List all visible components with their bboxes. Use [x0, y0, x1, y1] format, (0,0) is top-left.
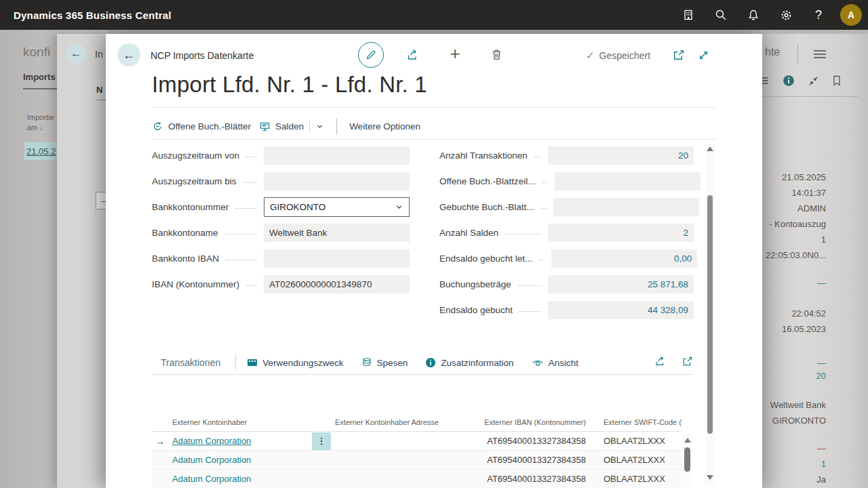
background-factbox-panel: hte 21.05.2025 14:01:37 ADMIN - Kontoaus…: [762, 34, 868, 488]
table-row[interactable]: Adatum Corporation AT695400013327384358 …: [152, 470, 682, 488]
anzahl-transaktionen-field[interactable]: 20: [548, 146, 694, 165]
dotted-leader: [518, 285, 541, 286]
user-avatar[interactable]: A: [840, 4, 862, 26]
endsaldo-gebucht-field[interactable]: 44 328,09: [548, 301, 694, 319]
balances-dropdown-chevron[interactable]: [311, 122, 328, 131]
gebuchte-buch-blatt-field[interactable]: [553, 198, 699, 216]
transactions-table: Externer Kontoinhaber Externer Kontoinha…: [152, 408, 682, 488]
anzahl-salden-field[interactable]: 2: [548, 224, 694, 242]
divider: [762, 96, 859, 97]
table-row[interactable]: → Adatum Corporation ⋮ AT695400013327384…: [152, 432, 682, 451]
cell-iban[interactable]: AT695400013327384358: [475, 474, 586, 484]
table-scrollbar[interactable]: [682, 434, 692, 488]
share-button[interactable]: [405, 48, 420, 62]
field-row: Anzahl Salden 2: [439, 224, 694, 242]
factbox-value: ADMIN: [762, 203, 826, 214]
list-details-icon[interactable]: [762, 75, 770, 89]
journal-refresh-icon: [152, 121, 163, 132]
background-tab-imports[interactable]: Imports: [23, 72, 56, 82]
dialog-scrollbar[interactable]: [705, 144, 715, 485]
record-link[interactable]: Adatum Corporation: [172, 436, 251, 446]
factbox-value: Ja: [762, 474, 826, 485]
column-header-swift[interactable]: Externer SWIFT-Code (BL: [586, 418, 682, 431]
collapse-icon[interactable]: [808, 75, 819, 89]
factbox-value: 16.05.2023: [762, 324, 826, 334]
factbox-value: 1: [762, 235, 826, 245]
info-icon[interactable]: [783, 75, 795, 89]
dotted-leader: [542, 182, 548, 183]
field-row: Endsaldo gebucht let... 0,00: [439, 249, 694, 268]
menu-ansicht[interactable]: Ansicht: [532, 358, 578, 368]
company-icon[interactable]: [672, 0, 705, 30]
check-icon: ✓: [586, 49, 595, 62]
field-row: Bankkonto IBAN: [152, 249, 410, 268]
share-icon[interactable]: [654, 355, 667, 370]
action-more-options[interactable]: Weitere Optionen: [345, 121, 425, 131]
menu-zusatzinformation[interactable]: Zusatzinformation: [425, 357, 513, 368]
tab-underline: [23, 88, 60, 89]
dotted-leader: [539, 260, 545, 260]
bankkonto-iban-input[interactable]: [264, 249, 410, 268]
help-icon[interactable]: ?: [802, 0, 835, 30]
background-card-page: ← In N —: [57, 34, 111, 488]
cell-swift[interactable]: OBLAAT2LXXX: [586, 455, 682, 465]
table-row[interactable]: Adatum Corporation AT695400013327384358 …: [152, 451, 682, 470]
buchungsbetraege-field[interactable]: 25 871,68: [548, 275, 694, 293]
auszugszeitraum-von-input[interactable]: [264, 146, 410, 165]
back-arrow-button[interactable]: ←: [117, 43, 140, 66]
expand-icon[interactable]: [696, 48, 710, 62]
factbox-value: - Kontoauszug: [762, 219, 826, 229]
offene-buch-blattzeilen-field[interactable]: [555, 172, 701, 190]
cell-swift[interactable]: OBLAAT2LXXX: [586, 474, 682, 484]
chevron-down-icon: [395, 203, 403, 211]
scroll-up-arrow[interactable]: [707, 146, 713, 151]
notifications-bell-icon[interactable]: [737, 0, 770, 30]
cell-iban[interactable]: AT695400013327384358: [475, 455, 586, 465]
factbox-value: 1: [762, 459, 826, 469]
row-options-menu[interactable]: ⋮: [312, 432, 331, 450]
column-header-kontoinhaber[interactable]: Externer Kontoinhaber: [168, 418, 331, 431]
dotted-leader: [246, 157, 257, 157]
dotted-leader: [243, 182, 257, 183]
scroll-down-arrow[interactable]: [707, 475, 713, 480]
bankkontonummer-dropdown[interactable]: GIROKONTO: [264, 197, 410, 217]
edit-pencil-button[interactable]: [358, 42, 384, 68]
transactions-caption[interactable]: Transaktionen: [161, 357, 220, 368]
action-open-journals[interactable]: Offene Buch.-Blätter: [148, 121, 255, 132]
cell-iban[interactable]: AT695400013327384358: [475, 436, 586, 446]
form-column-left: Auszugszeitraum von Auszugszeitraum bis …: [152, 146, 410, 301]
search-icon[interactable]: [705, 0, 737, 30]
delete-button[interactable]: [490, 47, 503, 61]
action-balances[interactable]: Salden: [255, 121, 308, 132]
open-in-new-window-icon[interactable]: [682, 356, 693, 370]
menu-spesen[interactable]: Spesen: [361, 357, 408, 368]
record-link[interactable]: Adatum Corporation: [172, 474, 251, 484]
back-arrow-icon[interactable]: ←: [66, 43, 86, 64]
settings-gear-icon[interactable]: [770, 0, 802, 30]
scroll-up-arrow[interactable]: [684, 438, 691, 443]
dotted-leader: [541, 208, 547, 209]
open-in-new-window-icon[interactable]: [671, 48, 685, 62]
iban-kontonummer-input[interactable]: AT026000000001349870: [264, 275, 410, 293]
cell-swift[interactable]: OBLAAT2LXXX: [586, 436, 682, 446]
new-record-button[interactable]: +: [447, 44, 463, 63]
card-dialog: ← NCP Imports Datenkarte + ✓ Gespeichert…: [106, 34, 762, 488]
endsaldo-gebucht-letzter-field[interactable]: 0,00: [551, 249, 697, 268]
bookmark-icon[interactable]: [832, 75, 842, 89]
factbox-value: 14:01:37: [762, 188, 826, 198]
scrollbar-thumb[interactable]: [684, 447, 690, 472]
field-row: IBAN (Kontonummer) AT026000000001349870: [152, 275, 410, 293]
field-row: Bankkontonummer GIROKONTO: [152, 198, 410, 216]
column-header-adresse[interactable]: Externer Kontoinhaber Adresse: [331, 418, 475, 431]
menu-verwendungszweck[interactable]: Verwendungszweck: [247, 358, 343, 368]
cell-kontoinhaber: Adatum Corporation: [168, 474, 312, 484]
record-link[interactable]: Adatum Corporation: [172, 455, 251, 465]
app-top-bar: Dynamics 365 Business Central ? A: [0, 0, 868, 30]
hamburger-menu-icon[interactable]: [812, 49, 827, 62]
auszugszeitraum-bis-input[interactable]: [264, 172, 410, 190]
bankkontoname-input[interactable]: Weltweit Bank: [264, 224, 410, 242]
scrollbar-thumb[interactable]: [707, 195, 713, 434]
column-header-iban[interactable]: Externer IBAN (Kontonummer): [475, 418, 586, 431]
row-options-menu: [312, 451, 331, 469]
factbox-value: 21.05.2025: [762, 172, 826, 182]
